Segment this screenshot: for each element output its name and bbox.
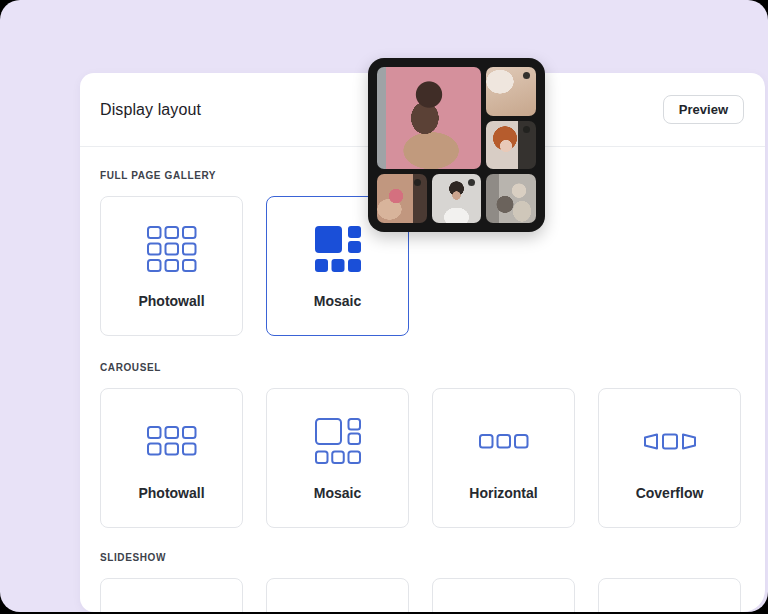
- carousel-row: Photowall Mosaic: [100, 388, 745, 528]
- option-label: Horizontal: [469, 485, 537, 501]
- photo-dot: [523, 126, 530, 133]
- option-label: Coverflow: [636, 485, 704, 501]
- option-card-slideshow-4[interactable]: [598, 578, 741, 612]
- grid-3x3-outline-icon: [147, 225, 197, 273]
- option-card-slideshow-2[interactable]: [266, 578, 409, 612]
- section-label-carousel: CAROUSEL: [100, 362, 745, 373]
- option-card-carousel-photowall[interactable]: Photowall: [100, 388, 243, 528]
- option-label: Photowall: [138, 293, 204, 309]
- page-title: Display layout: [100, 101, 201, 119]
- preview-button[interactable]: Preview: [663, 95, 744, 124]
- option-card-carousel-mosaic[interactable]: Mosaic: [266, 388, 409, 528]
- preview-photo-woman-applying-skincare: [377, 67, 481, 169]
- preview-photo-woman-white-robe: [432, 174, 482, 223]
- option-label: Mosaic: [314, 485, 361, 501]
- photo-dot: [523, 72, 530, 79]
- preview-photo-hands-product: [377, 174, 427, 223]
- mosaic-filled-icon: [315, 225, 361, 273]
- option-card-carousel-horizontal[interactable]: Horizontal: [432, 388, 575, 528]
- preview-photo-serum-closeup: [486, 67, 536, 116]
- option-label: Mosaic: [314, 293, 361, 309]
- option-card-fullpage-photowall[interactable]: Photowall: [100, 196, 243, 336]
- preview-photo-women-mirror: [486, 174, 536, 223]
- section-label-slideshow: SLIDESHOW: [100, 552, 745, 563]
- option-label: Photowall: [138, 485, 204, 501]
- coverflow-outline-icon: [643, 417, 697, 465]
- photo-dot: [414, 179, 421, 186]
- preview-photo-redhead-woman: [486, 121, 536, 170]
- page-background: Display layout Preview FULL PAGE GALLERY…: [0, 0, 768, 612]
- photo-dot: [468, 179, 475, 186]
- option-card-carousel-coverflow[interactable]: Coverflow: [598, 388, 741, 528]
- mosaic-outline-icon: [315, 417, 361, 465]
- option-card-slideshow-3[interactable]: [432, 578, 575, 612]
- grid-3x2-outline-icon: [147, 417, 197, 465]
- option-card-slideshow-1[interactable]: [100, 578, 243, 612]
- row-3-outline-icon: [479, 417, 529, 465]
- mosaic-layout-preview: [368, 58, 545, 232]
- panel-body: FULL PAGE GALLERY Photowall: [80, 170, 765, 612]
- slideshow-row: [100, 578, 745, 612]
